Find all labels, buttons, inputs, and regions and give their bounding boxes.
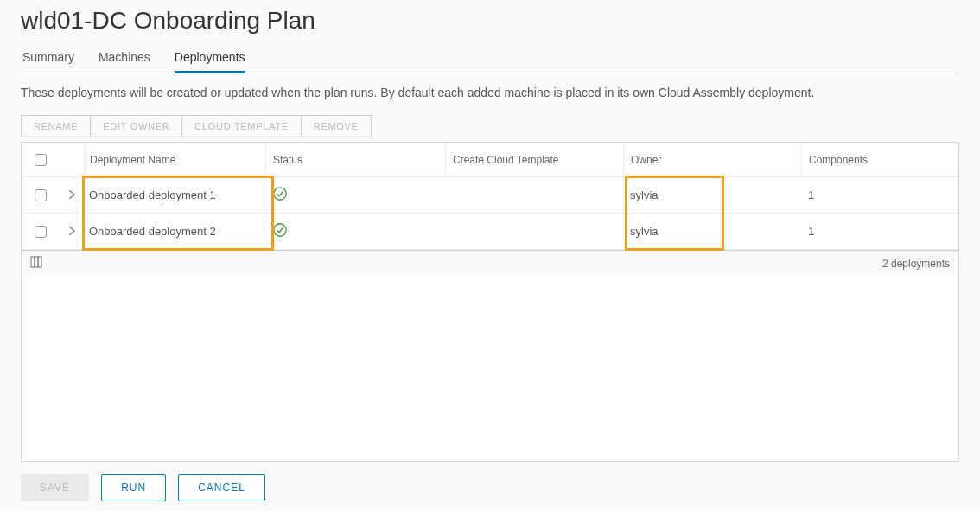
deployments-grid: Deployment Name Status Create Cloud Temp… — [21, 142, 959, 462]
svg-point-0 — [274, 188, 286, 200]
column-header-owner[interactable]: Owner — [623, 143, 801, 176]
column-header-components[interactable]: Components — [801, 143, 958, 176]
action-bar: SAVE RUN CANCEL — [21, 474, 959, 501]
svg-point-1 — [274, 224, 286, 236]
column-header-status[interactable]: Status — [265, 143, 445, 176]
chevron-right-icon[interactable] — [67, 188, 76, 201]
row-checkbox[interactable] — [35, 226, 47, 238]
owner-value: sylvia — [630, 188, 659, 201]
cancel-button[interactable]: CANCEL — [178, 474, 265, 501]
footer-count: 2 deployments — [882, 258, 950, 270]
cloud-template-button[interactable]: CLOUD TEMPLATE — [182, 116, 301, 137]
components-value: 1 — [808, 188, 814, 201]
components-value: 1 — [808, 225, 814, 238]
description-text: These deployments will be created or upd… — [21, 86, 959, 99]
column-header-cloud[interactable]: Create Cloud Template — [445, 143, 623, 176]
select-all-checkbox[interactable] — [35, 154, 47, 166]
column-header-name[interactable]: Deployment Name — [84, 143, 265, 176]
tab-bar: Summary Machines Deployments — [21, 43, 959, 73]
status-ok-icon — [272, 191, 288, 204]
run-button[interactable]: RUN — [101, 474, 166, 501]
deployment-name: Onboarded deployment 2 — [89, 225, 216, 238]
page-title: wld01-DC Onboarding Plan — [21, 7, 959, 35]
status-ok-icon — [272, 227, 288, 240]
rename-button[interactable]: RENAME — [22, 116, 91, 137]
grid-body: Onboarded deployment 1 sylvia 1 — [22, 177, 958, 250]
deployment-name: Onboarded deployment 1 — [89, 188, 216, 201]
table-row[interactable]: Onboarded deployment 1 sylvia 1 — [22, 177, 958, 214]
remove-button[interactable]: REMOVE — [302, 116, 371, 137]
save-button[interactable]: SAVE — [21, 474, 89, 501]
toolbar: RENAME EDIT OWNER CLOUD TEMPLATE REMOVE — [21, 115, 372, 137]
tab-machines[interactable]: Machines — [99, 43, 150, 73]
tab-summary[interactable]: Summary — [22, 43, 74, 73]
row-checkbox[interactable] — [35, 189, 47, 201]
edit-owner-button[interactable]: EDIT OWNER — [91, 116, 182, 137]
column-settings-icon[interactable] — [30, 256, 42, 271]
grid-header: Deployment Name Status Create Cloud Temp… — [22, 143, 958, 177]
table-row[interactable]: Onboarded deployment 2 sylvia 1 — [22, 214, 958, 250]
svg-rect-4 — [38, 257, 41, 267]
grid-footer: 2 deployments — [22, 250, 958, 276]
tab-deployments[interactable]: Deployments — [175, 43, 245, 73]
chevron-right-icon[interactable] — [67, 225, 76, 238]
owner-value: sylvia — [630, 225, 659, 238]
